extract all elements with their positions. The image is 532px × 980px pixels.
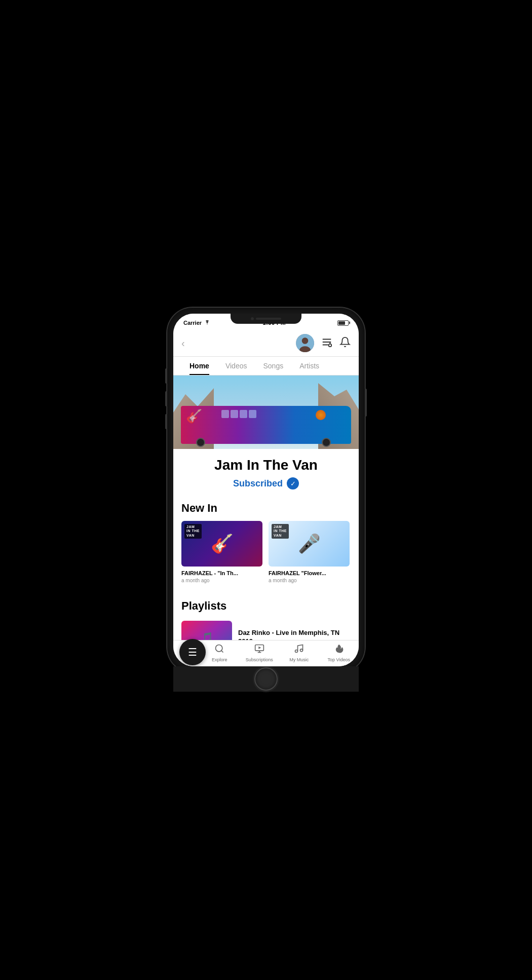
my-music-icon [294,644,304,656]
tab-home[interactable]: Home [181,357,217,375]
content-tabs: Home Videos Songs Artists [173,357,359,375]
video-thumb-2: JAM IN THE VAN 🎤 [269,521,350,567]
tab-bar-my-music[interactable]: My Music [279,644,319,662]
nav-icons-group [296,334,351,352]
channel-info: Jam In The Van Subscribed ✓ [173,449,359,494]
home-button[interactable] [254,667,278,691]
navigation-bar: ‹ [173,330,359,357]
jam-van-badge-1: JAM IN THE VAN [184,524,202,539]
thumb-light-bg: JAM IN THE VAN 🎤 [269,521,350,567]
tab-bar-top-videos[interactable]: Top Videos [319,644,359,662]
video-time-1: a month ago [181,578,262,583]
video-thumb-1: JAM IN THE VAN 🎸 [181,521,262,567]
hamburger-menu-icon: ☰ [188,646,197,658]
performer-icon-2: 🎤 [298,533,321,554]
subscribed-label: Subscribed [233,478,283,489]
subscribed-row[interactable]: Subscribed ✓ [183,477,349,489]
performer-icon-1: 🎸 [211,533,234,554]
top-videos-flame-icon [334,644,344,656]
video-title-1: FAIRHAZEL - "In Th... [181,570,262,577]
van-window [221,410,229,418]
jam-van-badge-2: JAM IN THE VAN [272,524,289,539]
van-art-guitarist: 🎸 [186,408,202,424]
main-content: 🎸 Jam In The Van [173,375,359,640]
tab-bar-explore-label: Explore [212,657,227,662]
playlist-item-1[interactable]: 🎵 Daz Rinko - Live in Memphis, TN 2019 [181,619,351,640]
back-button[interactable]: ‹ [181,337,197,349]
tab-videos[interactable]: Videos [217,357,255,375]
van-window [231,410,238,418]
video-time-2: a month ago [269,578,350,583]
video-title-2: FAIRHAZEL "Flower... [269,570,350,577]
subscribed-checkmark-icon: ✓ [287,477,299,489]
van-window [240,410,247,418]
tab-bar-my-music-label: My Music [289,657,309,662]
bottom-tab-bar: ☰ Explore [173,640,359,666]
playlist-title-1: Daz Rinko - Live in Memphis, TN 2019 [238,629,351,640]
channel-hero-image: 🎸 [173,375,359,449]
carrier-text: Carrier [183,320,211,326]
tab-bar-subscriptions[interactable]: Subscriptions [240,644,280,662]
svg-point-8 [216,645,222,652]
battery-indicator [337,320,349,326]
new-in-video-row: JAM IN THE VAN 🎸 FAIRHAZEL - "In Th... a… [181,521,351,587]
svg-point-1 [302,337,309,344]
new-in-title: New In [181,502,351,515]
tab-songs[interactable]: Songs [255,357,291,375]
van-window [249,410,256,418]
menu-main-button[interactable]: ☰ [179,639,206,665]
notch [231,314,301,324]
video-card-1[interactable]: JAM IN THE VAN 🎸 FAIRHAZEL - "In Th... a… [181,521,262,583]
playlist-thumb-1: 🎵 [181,621,232,640]
van-wheel-front [196,438,205,447]
avatar[interactable] [296,334,314,352]
battery-fill [338,321,345,325]
camera-dot [251,317,254,320]
planet-decoration [316,410,326,420]
queue-music-icon[interactable] [321,336,332,350]
van-body: 🎸 [181,406,351,444]
video-card-2[interactable]: JAM IN THE VAN 🎤 FAIRHAZEL "Flower... a … [269,521,350,583]
tab-bar-subscriptions-label: Subscriptions [246,657,273,662]
tab-bar-top-videos-label: Top Videos [328,657,350,662]
playlist-info-1: Daz Rinko - Live in Memphis, TN 2019 [238,629,351,640]
svg-point-6 [329,344,332,347]
phone-frame: Carrier 1:50 PM ‹ [167,308,365,672]
phone-screen: Carrier 1:50 PM ‹ [173,314,359,666]
playlists-title: Playlists [181,599,351,613]
van-wheel-rear [322,438,331,447]
subscriptions-icon [254,644,264,656]
tab-artists[interactable]: Artists [291,357,327,375]
battery-icon [337,320,349,326]
wifi-icon [204,320,211,325]
carrier-label: Carrier [183,320,202,326]
playlists-section: Playlists 🎵 Daz Rinko - Live in Memphis,… [173,591,359,640]
svg-point-14 [295,650,298,653]
home-button-area [173,666,359,692]
thumb-dark-bg: JAM IN THE VAN 🎸 [181,521,262,567]
svg-line-9 [221,651,223,653]
svg-marker-13 [258,647,261,649]
speaker-bar [256,318,281,320]
notification-bell-icon[interactable] [339,336,351,350]
new-in-section: New In JAM IN THE VAN 🎸 [173,494,359,591]
channel-title: Jam In The Van [183,457,349,473]
svg-point-15 [300,649,303,652]
explore-search-icon [214,644,224,656]
playlist-thumb-icon: 🎵 [201,631,213,640]
